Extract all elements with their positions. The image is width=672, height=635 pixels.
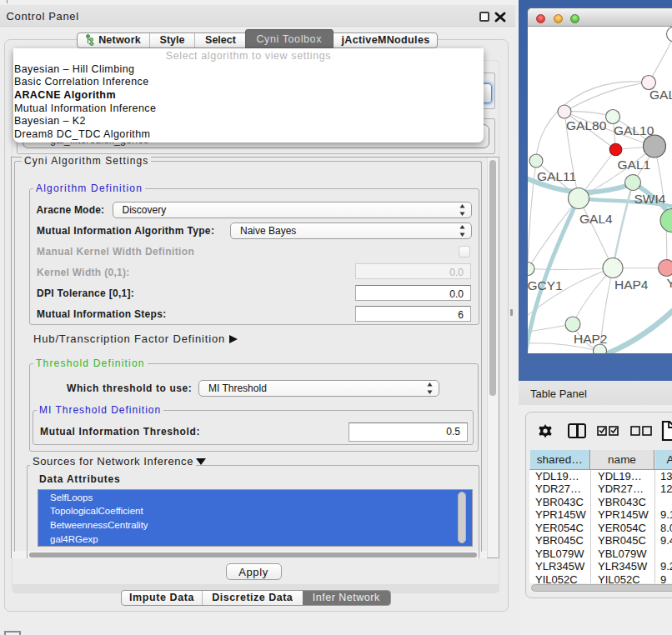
- svg-text:GAL10: GAL10: [614, 123, 654, 138]
- svg-text:GCY1: GCY1: [528, 278, 563, 292]
- svg-text:Y: Y: [667, 276, 672, 290]
- svg-text:GAL11: GAL11: [537, 169, 576, 183]
- svg-text:HAP2: HAP2: [574, 332, 608, 346]
- svg-text:SWI4: SWI4: [634, 192, 666, 206]
- svg-text:GAL1: GAL1: [618, 158, 651, 172]
- svg-text:GAL80: GAL80: [566, 118, 607, 132]
- svg-text:HAP4: HAP4: [614, 278, 649, 292]
- svg-text:GAL2: GAL2: [649, 88, 672, 102]
- svg-text:GAL4: GAL4: [579, 212, 613, 226]
